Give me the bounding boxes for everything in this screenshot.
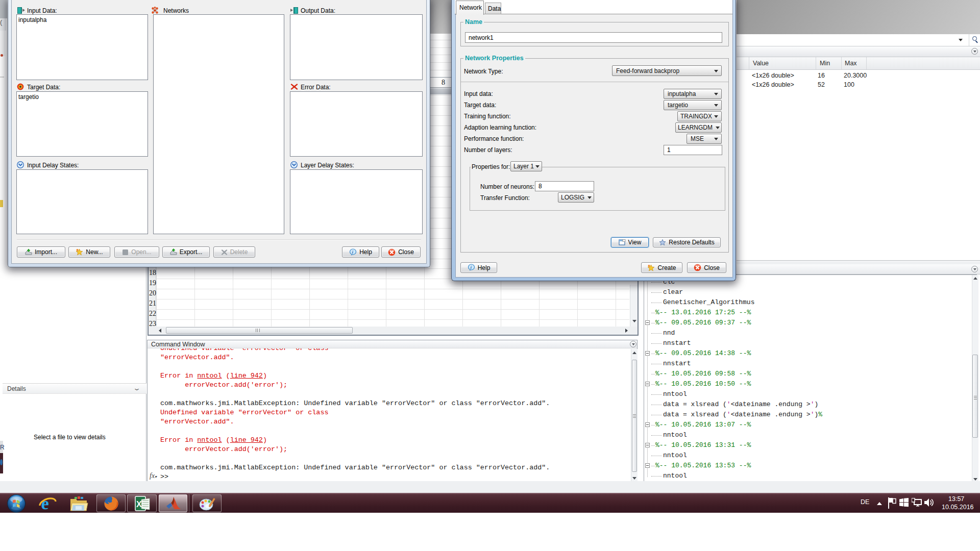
svg-text:X: X [136,500,142,509]
